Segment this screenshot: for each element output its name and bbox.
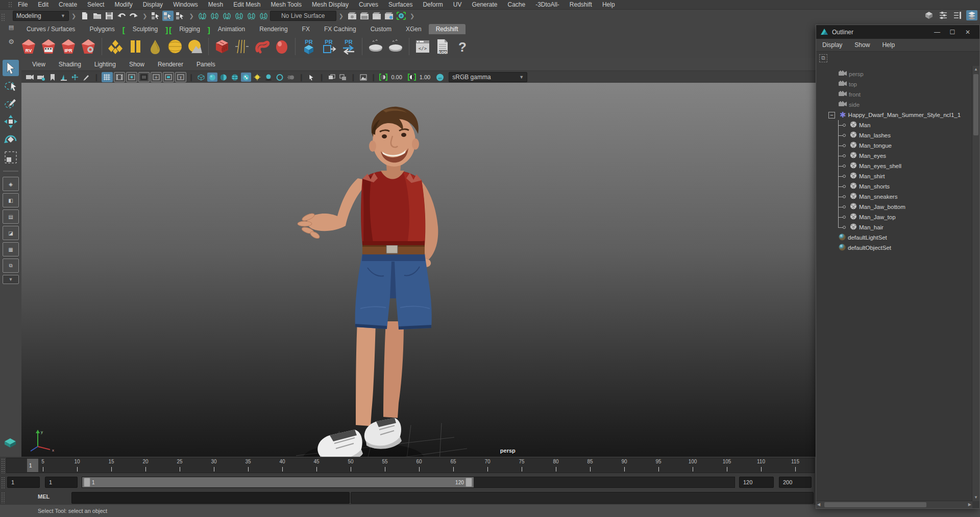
redshift-render-view-icon[interactable]: RV [19, 37, 38, 56]
shelf-tab-menu-icon[interactable]: ▤ [9, 24, 14, 31]
ipr-render-icon[interactable]: IPR [371, 11, 382, 21]
outliner-filter-icon[interactable]: ⧉ [819, 54, 827, 62]
rotate-tool-icon[interactable] [3, 131, 19, 148]
outliner-item-man[interactable]: Man [816, 120, 972, 130]
panel-menu-shading[interactable]: Shading [52, 61, 88, 68]
lasso-tool-icon[interactable] [3, 78, 19, 94]
select-camera-icon[interactable] [25, 73, 35, 82]
rs-dome-light-icon[interactable] [186, 37, 204, 56]
snap-projected-center-icon[interactable] [234, 11, 245, 21]
rs-hair-icon[interactable] [233, 37, 251, 56]
open-scene-icon[interactable] [91, 11, 103, 21]
outliner-item-top[interactable]: top [816, 79, 972, 89]
outliner-horizontal-scrollbar[interactable]: ◀ ▶ [816, 501, 972, 508]
layout-thumbnail-icon[interactable] [3, 436, 18, 450]
command-line-grip[interactable] [1, 492, 6, 503]
make-live-icon[interactable] [258, 11, 270, 21]
select-object-icon[interactable] [162, 11, 174, 21]
menu-edit-mesh[interactable]: Edit Mesh [228, 0, 265, 10]
menu-help[interactable]: Help [597, 0, 620, 10]
wireframe-on-shaded-icon[interactable] [230, 73, 240, 82]
pan-zoom-icon[interactable] [70, 73, 80, 82]
default-material-icon[interactable] [218, 73, 229, 82]
menubar-grip[interactable] [8, 2, 13, 8]
timeline-grip[interactable] [1, 458, 6, 474]
playback-end-field[interactable]: 120 [739, 477, 774, 488]
outliner-item-man_hair[interactable]: Man_hair [816, 222, 972, 232]
rs-subsurface-icon[interactable] [146, 37, 164, 56]
select-hierarchy-icon[interactable] [150, 11, 161, 21]
select-tool-icon[interactable] [3, 60, 19, 76]
undo-icon[interactable] [116, 11, 127, 21]
menu-create[interactable]: Create [54, 0, 82, 10]
image-plane-icon[interactable] [59, 73, 69, 82]
exposure-icon[interactable] [378, 73, 388, 82]
outliner-item-man_tongue[interactable]: Man_tongue [816, 140, 972, 151]
shadows-icon[interactable] [263, 73, 274, 82]
field-chart-icon[interactable]: ✛ [151, 72, 162, 82]
move-tool-icon[interactable] [3, 113, 19, 130]
shelf-tab-rendering[interactable]: Rendering [252, 24, 295, 34]
panel-menu-view[interactable]: View [26, 61, 52, 68]
outliner-title-bar[interactable]: Outliner — ☐ ✕ [816, 25, 979, 39]
rs-help-icon[interactable]: ? [453, 37, 472, 56]
render-settings-icon[interactable] [383, 11, 395, 21]
command-line-language-toggle[interactable]: MEL [38, 494, 50, 500]
render-current-frame-icon[interactable] [359, 11, 370, 21]
smooth-shade-icon[interactable] [207, 73, 217, 82]
shelf-tab-custom[interactable]: Custom [363, 24, 399, 34]
resolution-gate-icon[interactable] [126, 72, 137, 82]
view-transform-selector[interactable]: sRGB gamma▼ [449, 72, 527, 82]
character-happy-dwarf-man[interactable] [286, 104, 551, 457]
shelf-tab-fx[interactable]: FX [295, 24, 317, 34]
snap-view-plane-icon[interactable] [246, 11, 257, 21]
menu-select[interactable]: Select [82, 0, 109, 10]
menu-display[interactable]: Display [138, 0, 168, 10]
rs-volume-icon[interactable] [213, 37, 231, 56]
outliner-item-man_shorts[interactable]: Man_shorts [816, 181, 972, 192]
menu-mesh[interactable]: Mesh [203, 0, 228, 10]
rs-architectural-icon[interactable] [126, 37, 144, 56]
outliner-item-man_jaw_top[interactable]: Man_Jaw_top [816, 212, 972, 222]
grid-icon[interactable] [102, 72, 113, 82]
outliner-item-man_shirt[interactable]: Man_shirt [816, 171, 972, 181]
shelf-tab-curves-surfaces[interactable]: Curves / Surfaces [19, 24, 82, 34]
live-surface-field[interactable]: No Live Surface [270, 11, 336, 21]
rs-bake-icon[interactable] [366, 37, 385, 56]
outliner-vertical-scrollbar[interactable]: ▲ ▼ [972, 66, 979, 501]
render-setup-icon[interactable] [396, 11, 407, 21]
rs-proxy-export-icon[interactable]: PR [320, 37, 338, 56]
exposure-value[interactable]: 0.00 [389, 74, 406, 80]
outliner-item-man_jaw_bottom[interactable]: Man_Jaw_bottom [816, 202, 972, 212]
channel-box-icon[interactable] [966, 10, 977, 20]
menu-windows[interactable]: Windows [168, 0, 203, 10]
outliner-item-happy_dwarf_man_summer_style_ncl1_1[interactable]: −✱Happy_Dwarf_Man_Summer_Style_ncl1_1 [816, 110, 972, 120]
isolate-select-icon[interactable] [327, 73, 337, 82]
isolate-view-icon[interactable] [338, 73, 348, 82]
minimize-button[interactable]: — [929, 29, 945, 36]
redshift-render-sequence-icon[interactable] [39, 37, 58, 56]
snap-point-icon[interactable] [222, 11, 233, 21]
rs-curve-icon[interactable] [253, 37, 271, 56]
shelf-tab-rigging[interactable]: Rigging [172, 24, 207, 34]
safe-action-icon[interactable] [163, 72, 174, 82]
hypershade-persp-layout[interactable]: ▦ [3, 242, 19, 256]
menu-curves[interactable]: Curves [354, 0, 383, 10]
menu--3dtoall-[interactable]: -3DtoAll- [530, 0, 565, 10]
outliner-persp-layout[interactable]: ▤ [3, 209, 19, 224]
gate-mask-icon[interactable] [138, 72, 150, 82]
wireframe-icon[interactable] [196, 73, 206, 82]
outliner-item-persp[interactable]: persp [816, 69, 972, 79]
redshift-render-settings-icon[interactable] [79, 37, 97, 56]
four-pane-layout[interactable]: ◧ [3, 193, 19, 207]
scale-tool-icon[interactable] [3, 149, 19, 166]
range-grip[interactable] [1, 477, 6, 489]
paint-select-tool-icon[interactable] [3, 96, 19, 112]
rs-proxy-sphere-icon[interactable] [273, 37, 291, 56]
persp-graph-layout[interactable]: ◪ [3, 226, 19, 240]
color-management-icon[interactable]: on [435, 73, 445, 82]
outliner-item-defaultobjectset[interactable]: defaultObjectSet [816, 243, 972, 253]
scroll-down-icon[interactable]: ▼ [972, 494, 979, 501]
current-frame-marker[interactable]: 1 [27, 459, 38, 472]
shelf-tab-xgen[interactable]: XGen [399, 24, 429, 34]
